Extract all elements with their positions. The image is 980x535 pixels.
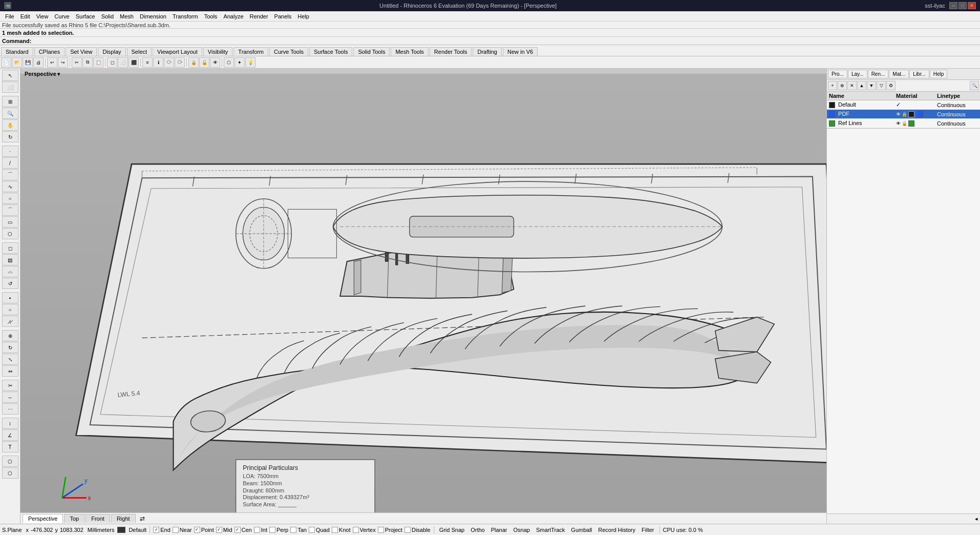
tool-paste[interactable]: 📋 — [93, 57, 103, 68]
lt-rotate3d[interactable]: ↻ — [2, 342, 18, 353]
rp-tab-lay[interactable]: Lay... — [848, 70, 867, 78]
layer-reflines-color[interactable] — [829, 120, 835, 127]
tool-redo[interactable]: ↪ — [58, 57, 68, 68]
tool-mesh-settings[interactable]: ⬡ — [224, 57, 234, 68]
lt-analysis[interactable]: ⬠ — [2, 456, 18, 467]
rp-new-sublayer[interactable]: ⊕ — [838, 81, 847, 90]
tool-print[interactable]: 🖨 — [33, 57, 44, 68]
sb-label-tan[interactable]: Tan — [297, 527, 307, 533]
lt-zoom-extents[interactable]: ⊞ — [2, 96, 18, 107]
tab-cplanes[interactable]: CPlanes — [34, 47, 65, 56]
lt-select-arrow[interactable]: ↖ — [2, 70, 18, 81]
menu-render[interactable]: Render — [247, 12, 271, 20]
sb-label-disable[interactable]: Disable — [412, 527, 431, 533]
tool-lights[interactable]: 💡 — [245, 57, 255, 68]
rp-filter[interactable]: ▽ — [877, 81, 886, 90]
sb-btn-osnap[interactable]: Osnap — [511, 526, 531, 533]
tool-select[interactable]: ◻ — [107, 57, 117, 68]
tab-surface-tools[interactable]: Surface Tools — [309, 47, 352, 56]
tool-render-settings[interactable]: ✦ — [235, 57, 245, 68]
menu-surface[interactable]: Surface — [73, 12, 98, 20]
lt-trim[interactable]: ✂ — [2, 380, 18, 391]
lt-arc[interactable]: ⌒ — [2, 204, 18, 216]
rp-down[interactable]: ▼ — [867, 81, 876, 90]
right-panel-collapse[interactable]: ◂ — [975, 516, 978, 522]
tool-lock[interactable]: 🔒 — [188, 57, 199, 68]
rp-settings[interactable]: ⚙ — [886, 81, 896, 90]
lt-surface[interactable]: ◻ — [2, 242, 18, 254]
menu-help[interactable]: Help — [294, 12, 312, 20]
lt-rectangle[interactable]: ▭ — [2, 216, 18, 228]
layer-pdf[interactable]: PDF 👁 🔒 Continuous — [827, 110, 980, 119]
sb-check-mid[interactable] — [216, 527, 222, 533]
tab-transform[interactable]: Transform — [233, 47, 268, 56]
viewport-label[interactable]: Perspective ▾ — [25, 71, 60, 77]
sb-check-int[interactable] — [254, 527, 260, 533]
close-btn[interactable]: ✕ — [968, 2, 976, 9]
lt-select-region[interactable]: ⬜ — [2, 81, 18, 93]
sb-units[interactable]: Millimeters — [88, 527, 115, 533]
tool-crossing-sel[interactable]: ⬛ — [129, 57, 139, 68]
sb-check-project[interactable] — [378, 527, 384, 533]
rp-tab-ren[interactable]: Ren... — [868, 70, 889, 78]
reflines-color2[interactable] — [908, 120, 914, 127]
menu-curve[interactable]: Curve — [51, 12, 72, 20]
win-controls[interactable]: ─ □ ✕ — [949, 2, 976, 9]
lt-polygon[interactable]: ⬡ — [2, 228, 18, 239]
menu-view[interactable]: View — [33, 12, 52, 20]
tab-standard[interactable]: Standard — [1, 47, 33, 56]
menu-transform[interactable]: Transform — [169, 12, 201, 20]
restore-btn[interactable]: □ — [958, 2, 967, 9]
sb-default-color[interactable] — [117, 527, 125, 533]
tool-open[interactable]: 📂 — [12, 57, 22, 68]
sb-btn-filter[interactable]: Filter — [640, 526, 656, 533]
sb-check-knot[interactable] — [332, 527, 338, 533]
sb-label-quad[interactable]: Quad — [316, 527, 330, 533]
layer-default-color[interactable] — [829, 102, 835, 108]
sb-label-project[interactable]: Project — [385, 527, 402, 533]
sb-label-mid[interactable]: Mid — [223, 527, 232, 533]
menu-edit[interactable]: Edit — [17, 12, 33, 20]
lt-dim-angular[interactable]: ∠ — [2, 429, 18, 441]
rp-tab-mat[interactable]: Mat... — [889, 70, 909, 78]
tab-display[interactable]: Display — [98, 47, 125, 56]
menu-solid[interactable]: Solid — [98, 12, 117, 20]
menu-file[interactable]: File — [2, 12, 17, 20]
lt-zoom-window[interactable]: 🔍 — [2, 108, 18, 119]
lt-loft[interactable]: ⌓ — [2, 266, 18, 277]
vp-tab-right[interactable]: Right — [111, 514, 136, 523]
rp-tab-pro[interactable]: Pro... — [828, 70, 847, 78]
tool-window-sel[interactable]: ⬜ — [118, 57, 128, 68]
sb-btn-planar[interactable]: Planar — [489, 526, 509, 533]
viewport-dropdown-icon[interactable]: ▾ — [57, 71, 60, 77]
pdf-material-color[interactable] — [908, 111, 914, 117]
sb-btn-ortho[interactable]: Ortho — [468, 526, 487, 533]
menu-analyze[interactable]: Analyze — [220, 12, 246, 20]
sb-label-near[interactable]: Near — [180, 527, 192, 533]
tool-ungroup[interactable]: ⧃ — [175, 57, 185, 68]
rp-search[interactable]: 🔍 — [970, 81, 979, 90]
tool-new[interactable]: 📄 — [1, 57, 11, 68]
lt-rotate[interactable]: ↻ — [2, 131, 18, 142]
sb-label-vertex[interactable]: Vertex — [360, 527, 376, 533]
tab-curve-tools[interactable]: Curve Tools — [269, 47, 308, 56]
lt-mirror[interactable]: ⇔ — [2, 365, 18, 377]
tab-select[interactable]: Select — [127, 47, 152, 56]
sb-check-cen[interactable] — [235, 527, 241, 533]
tool-copy[interactable]: ⧉ — [82, 57, 93, 68]
tool-hide[interactable]: 👁 — [210, 57, 220, 68]
rp-up[interactable]: ▲ — [857, 81, 866, 90]
tab-visibility[interactable]: Visibility — [203, 47, 233, 56]
lt-extrude[interactable]: ▤ — [2, 254, 18, 265]
tab-new-v6[interactable]: New in V6 — [503, 47, 538, 56]
sb-btn-gridsnap[interactable]: Grid Snap — [437, 526, 467, 533]
sb-default-label[interactable]: Default — [129, 527, 146, 533]
lt-point[interactable]: · — [2, 146, 18, 157]
menu-tools[interactable]: Tools — [201, 12, 221, 20]
lt-revolve[interactable]: ↺ — [2, 278, 18, 289]
sb-check-end[interactable] — [153, 527, 159, 533]
rp-tab-help[interactable]: Help — [930, 70, 948, 78]
pdf-render-color[interactable] — [917, 111, 923, 117]
tool-layer[interactable]: ≡ — [142, 57, 153, 68]
lt-analysis2[interactable]: ⬡ — [2, 467, 18, 479]
